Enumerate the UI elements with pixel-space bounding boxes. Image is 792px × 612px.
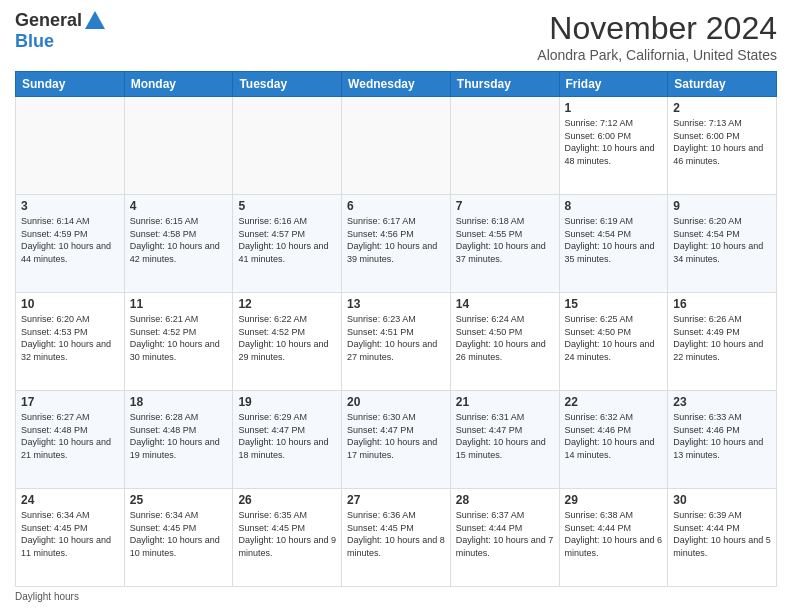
day-detail: Sunrise: 6:31 AM Sunset: 4:47 PM Dayligh… xyxy=(456,411,554,461)
day-detail: Sunrise: 6:24 AM Sunset: 4:50 PM Dayligh… xyxy=(456,313,554,363)
day-number: 25 xyxy=(130,493,228,507)
calendar-cell: 16Sunrise: 6:26 AM Sunset: 4:49 PM Dayli… xyxy=(668,293,777,391)
day-number: 30 xyxy=(673,493,771,507)
day-detail: Sunrise: 6:15 AM Sunset: 4:58 PM Dayligh… xyxy=(130,215,228,265)
calendar-cell: 30Sunrise: 6:39 AM Sunset: 4:44 PM Dayli… xyxy=(668,489,777,587)
location: Alondra Park, California, United States xyxy=(537,47,777,63)
calendar-cell: 10Sunrise: 6:20 AM Sunset: 4:53 PM Dayli… xyxy=(16,293,125,391)
day-number: 6 xyxy=(347,199,445,213)
calendar-cell: 29Sunrise: 6:38 AM Sunset: 4:44 PM Dayli… xyxy=(559,489,668,587)
day-detail: Sunrise: 6:17 AM Sunset: 4:56 PM Dayligh… xyxy=(347,215,445,265)
calendar-cell: 4Sunrise: 6:15 AM Sunset: 4:58 PM Daylig… xyxy=(124,195,233,293)
day-detail: Sunrise: 6:36 AM Sunset: 4:45 PM Dayligh… xyxy=(347,509,445,559)
calendar-header-thursday: Thursday xyxy=(450,72,559,97)
calendar-header-sunday: Sunday xyxy=(16,72,125,97)
day-detail: Sunrise: 6:27 AM Sunset: 4:48 PM Dayligh… xyxy=(21,411,119,461)
calendar-cell: 17Sunrise: 6:27 AM Sunset: 4:48 PM Dayli… xyxy=(16,391,125,489)
calendar-cell: 7Sunrise: 6:18 AM Sunset: 4:55 PM Daylig… xyxy=(450,195,559,293)
calendar-cell: 18Sunrise: 6:28 AM Sunset: 4:48 PM Dayli… xyxy=(124,391,233,489)
calendar-cell: 22Sunrise: 6:32 AM Sunset: 4:46 PM Dayli… xyxy=(559,391,668,489)
day-detail: Sunrise: 6:20 AM Sunset: 4:53 PM Dayligh… xyxy=(21,313,119,363)
day-number: 7 xyxy=(456,199,554,213)
day-detail: Sunrise: 6:34 AM Sunset: 4:45 PM Dayligh… xyxy=(130,509,228,559)
calendar-cell: 28Sunrise: 6:37 AM Sunset: 4:44 PM Dayli… xyxy=(450,489,559,587)
logo: General Blue xyxy=(15,10,105,52)
day-detail: Sunrise: 6:39 AM Sunset: 4:44 PM Dayligh… xyxy=(673,509,771,559)
day-number: 13 xyxy=(347,297,445,311)
day-number: 11 xyxy=(130,297,228,311)
calendar-cell: 13Sunrise: 6:23 AM Sunset: 4:51 PM Dayli… xyxy=(342,293,451,391)
logo-triangle-icon xyxy=(85,11,105,29)
day-number: 2 xyxy=(673,101,771,115)
calendar-cell xyxy=(450,97,559,195)
calendar-cell: 3Sunrise: 6:14 AM Sunset: 4:59 PM Daylig… xyxy=(16,195,125,293)
calendar-cell: 5Sunrise: 6:16 AM Sunset: 4:57 PM Daylig… xyxy=(233,195,342,293)
calendar-cell: 8Sunrise: 6:19 AM Sunset: 4:54 PM Daylig… xyxy=(559,195,668,293)
calendar-cell: 26Sunrise: 6:35 AM Sunset: 4:45 PM Dayli… xyxy=(233,489,342,587)
day-detail: Sunrise: 6:16 AM Sunset: 4:57 PM Dayligh… xyxy=(238,215,336,265)
day-detail: Sunrise: 6:25 AM Sunset: 4:50 PM Dayligh… xyxy=(565,313,663,363)
day-number: 19 xyxy=(238,395,336,409)
calendar-cell: 19Sunrise: 6:29 AM Sunset: 4:47 PM Dayli… xyxy=(233,391,342,489)
day-number: 4 xyxy=(130,199,228,213)
day-detail: Sunrise: 6:29 AM Sunset: 4:47 PM Dayligh… xyxy=(238,411,336,461)
day-number: 23 xyxy=(673,395,771,409)
day-number: 27 xyxy=(347,493,445,507)
day-detail: Sunrise: 6:26 AM Sunset: 4:49 PM Dayligh… xyxy=(673,313,771,363)
title-block: November 2024 Alondra Park, California, … xyxy=(537,10,777,63)
day-number: 15 xyxy=(565,297,663,311)
calendar-header-friday: Friday xyxy=(559,72,668,97)
day-number: 18 xyxy=(130,395,228,409)
calendar-cell: 12Sunrise: 6:22 AM Sunset: 4:52 PM Dayli… xyxy=(233,293,342,391)
logo-blue-text: Blue xyxy=(15,31,54,52)
calendar-cell xyxy=(16,97,125,195)
calendar-cell: 23Sunrise: 6:33 AM Sunset: 4:46 PM Dayli… xyxy=(668,391,777,489)
calendar-header-monday: Monday xyxy=(124,72,233,97)
calendar-cell: 14Sunrise: 6:24 AM Sunset: 4:50 PM Dayli… xyxy=(450,293,559,391)
day-number: 29 xyxy=(565,493,663,507)
day-number: 12 xyxy=(238,297,336,311)
day-detail: Sunrise: 6:28 AM Sunset: 4:48 PM Dayligh… xyxy=(130,411,228,461)
calendar-cell: 27Sunrise: 6:36 AM Sunset: 4:45 PM Dayli… xyxy=(342,489,451,587)
day-number: 14 xyxy=(456,297,554,311)
day-detail: Sunrise: 6:37 AM Sunset: 4:44 PM Dayligh… xyxy=(456,509,554,559)
day-number: 8 xyxy=(565,199,663,213)
calendar-week-row: 17Sunrise: 6:27 AM Sunset: 4:48 PM Dayli… xyxy=(16,391,777,489)
calendar-cell: 11Sunrise: 6:21 AM Sunset: 4:52 PM Dayli… xyxy=(124,293,233,391)
calendar-cell: 2Sunrise: 7:13 AM Sunset: 6:00 PM Daylig… xyxy=(668,97,777,195)
calendar-week-row: 10Sunrise: 6:20 AM Sunset: 4:53 PM Dayli… xyxy=(16,293,777,391)
day-number: 21 xyxy=(456,395,554,409)
day-detail: Sunrise: 6:35 AM Sunset: 4:45 PM Dayligh… xyxy=(238,509,336,559)
day-detail: Sunrise: 6:19 AM Sunset: 4:54 PM Dayligh… xyxy=(565,215,663,265)
calendar-table: SundayMondayTuesdayWednesdayThursdayFrid… xyxy=(15,71,777,587)
calendar-week-row: 24Sunrise: 6:34 AM Sunset: 4:45 PM Dayli… xyxy=(16,489,777,587)
calendar-cell xyxy=(124,97,233,195)
calendar-header-tuesday: Tuesday xyxy=(233,72,342,97)
page: General Blue November 2024 Alondra Park,… xyxy=(0,0,792,612)
day-detail: Sunrise: 6:22 AM Sunset: 4:52 PM Dayligh… xyxy=(238,313,336,363)
calendar-cell xyxy=(233,97,342,195)
calendar-week-row: 3Sunrise: 6:14 AM Sunset: 4:59 PM Daylig… xyxy=(16,195,777,293)
day-number: 5 xyxy=(238,199,336,213)
month-title: November 2024 xyxy=(537,10,777,47)
daylight-label: Daylight hours xyxy=(15,591,79,602)
calendar-header-row: SundayMondayTuesdayWednesdayThursdayFrid… xyxy=(16,72,777,97)
calendar-cell: 15Sunrise: 6:25 AM Sunset: 4:50 PM Dayli… xyxy=(559,293,668,391)
day-detail: Sunrise: 6:38 AM Sunset: 4:44 PM Dayligh… xyxy=(565,509,663,559)
day-number: 10 xyxy=(21,297,119,311)
day-detail: Sunrise: 6:14 AM Sunset: 4:59 PM Dayligh… xyxy=(21,215,119,265)
header: General Blue November 2024 Alondra Park,… xyxy=(15,10,777,63)
calendar-week-row: 1Sunrise: 7:12 AM Sunset: 6:00 PM Daylig… xyxy=(16,97,777,195)
calendar-cell: 9Sunrise: 6:20 AM Sunset: 4:54 PM Daylig… xyxy=(668,195,777,293)
calendar-header-saturday: Saturday xyxy=(668,72,777,97)
day-detail: Sunrise: 7:12 AM Sunset: 6:00 PM Dayligh… xyxy=(565,117,663,167)
calendar-cell: 21Sunrise: 6:31 AM Sunset: 4:47 PM Dayli… xyxy=(450,391,559,489)
day-number: 22 xyxy=(565,395,663,409)
day-detail: Sunrise: 6:20 AM Sunset: 4:54 PM Dayligh… xyxy=(673,215,771,265)
day-number: 24 xyxy=(21,493,119,507)
day-detail: Sunrise: 6:23 AM Sunset: 4:51 PM Dayligh… xyxy=(347,313,445,363)
calendar-cell: 20Sunrise: 6:30 AM Sunset: 4:47 PM Dayli… xyxy=(342,391,451,489)
calendar-cell xyxy=(342,97,451,195)
day-detail: Sunrise: 6:18 AM Sunset: 4:55 PM Dayligh… xyxy=(456,215,554,265)
day-number: 3 xyxy=(21,199,119,213)
